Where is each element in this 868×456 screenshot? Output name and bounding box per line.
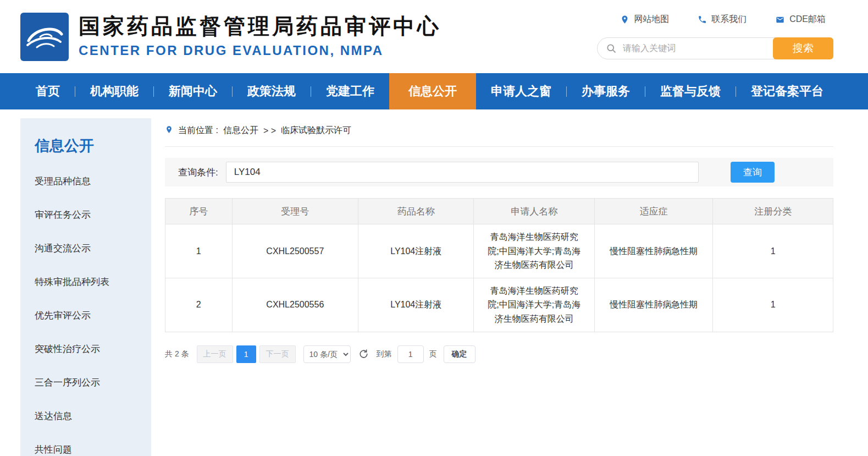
location-pin-icon [165,125,173,136]
breadcrumb-section[interactable]: 信息公开 [223,125,258,136]
sidebar-title: 信息公开 [20,130,151,164]
location-pin-icon [620,15,629,24]
pagination: 共 2 条 上一页 1 下一页 10 条/页 到第 页 确定 [165,345,833,363]
site-title: 国家药品监督管理局药品审评中心 [79,15,441,39]
mail-icon [775,15,785,24]
breadcrumb-prefix: 当前位置 : [178,125,218,136]
site-header: 国家药品监督管理局药品审评中心 CENTER FOR DRUG EVALUATI… [0,0,868,73]
breadcrumb: 当前位置 : 信息公开 > > 临床试验默示许可 [165,118,833,147]
goto-page-label: 到第 [377,349,392,359]
table-header-indication: 适应症 [595,199,713,224]
cell-acceptance-no: CXHL2500557 [232,224,358,278]
page-size-select[interactable]: 10 条/页 [303,345,351,363]
table-header-row: 序号 受理号 药品名称 申请人名称 适应症 注册分类 [165,199,833,224]
cell-indication: 慢性阻塞性肺病急性期 [595,278,713,332]
nav-item-registration-platform[interactable]: 登记备案平台 [736,73,838,109]
prev-page-button[interactable]: 上一页 [197,345,233,363]
nav-item-info-disclosure[interactable]: 信息公开 [389,73,476,109]
cell-applicant: 青岛海洋生物医药研究院;中国海洋大学;青岛海济生物医药有限公司 [474,278,595,332]
sidebar-item-three-in-one-sequence[interactable]: 三合一序列公示 [20,366,151,399]
results-table: 序号 受理号 药品名称 申请人名称 适应症 注册分类 1 CXHL2500557… [165,198,833,332]
query-input[interactable] [226,162,699,183]
pagination-total: 共 2 条 [165,349,189,359]
nav-item-news-center[interactable]: 新闻中心 [154,73,232,109]
site-subtitle: CENTER FOR DRUG EVALUATION, NMPA [79,43,441,58]
nav-item-home[interactable]: 首页 [21,73,75,109]
header-right: 网站地图 联系我们 CDE邮箱 搜索 [597,14,833,59]
nav-item-services[interactable]: 办事服务 [567,73,645,109]
table-header-applicant: 申请人名称 [474,199,595,224]
sidebar-item-delivery-info[interactable]: 送达信息 [20,399,151,433]
cell-seq: 1 [165,224,233,278]
cde-logo-icon [20,13,69,61]
cell-seq: 2 [165,278,233,332]
goto-page-suffix: 页 [429,349,437,359]
nav-item-party-building[interactable]: 党建工作 [311,73,389,109]
goto-page-input[interactable] [397,345,424,363]
link-label: 联系我们 [711,14,747,25]
sidebar-item-priority-review-publicity[interactable]: 优先审评公示 [20,299,151,332]
sidebar-item-communication-publicity[interactable]: 沟通交流公示 [20,232,151,265]
table-row: 1 CXHL2500557 LY104注射液 青岛海洋生物医药研究院;中国海洋大… [165,224,833,278]
phone-icon [698,15,707,24]
search-box: 搜索 [597,37,833,59]
table-header-registration-class: 注册分类 [713,199,833,224]
table-header-seq: 序号 [165,199,233,224]
query-bar: 查询条件: 查询 [165,158,833,186]
content-area: 当前位置 : 信息公开 > > 临床试验默示许可 查询条件: 查询 序号 受理号… [165,118,833,456]
main-nav: 首页 机构职能 新闻中心 政策法规 党建工作 信息公开 申请人之窗 办事服务 监… [0,73,868,109]
link-site-map[interactable]: 网站地图 [620,14,669,25]
nav-item-supervision-feedback[interactable]: 监督与反馈 [645,73,736,109]
cell-indication: 慢性阻塞性肺病急性期 [595,224,713,278]
table-row: 2 CXHL2500556 LY104注射液 青岛海洋生物医药研究院;中国海洋大… [165,278,833,332]
sidebar-item-special-approval-list[interactable]: 特殊审批品种列表 [20,265,151,299]
sidebar-item-review-task-publicity[interactable]: 审评任务公示 [20,198,151,232]
nav-item-applicant-window[interactable]: 申请人之窗 [476,73,566,109]
cell-drug-name: LY104注射液 [358,224,474,278]
brand-text: 国家药品监督管理局药品审评中心 CENTER FOR DRUG EVALUATI… [79,15,441,59]
top-links: 网站地图 联系我们 CDE邮箱 [620,14,833,25]
nav-item-policies[interactable]: 政策法规 [233,73,311,109]
nav-item-org-functions[interactable]: 机构职能 [75,73,153,109]
brand: 国家药品监督管理局药品审评中心 CENTER FOR DRUG EVALUATI… [20,13,441,61]
next-page-button[interactable]: 下一页 [259,345,296,363]
cell-acceptance-no: CXHL2500556 [232,278,358,332]
table-header-drug-name: 药品名称 [358,199,474,224]
search-button[interactable]: 搜索 [773,37,833,59]
link-contact-us[interactable]: 联系我们 [698,14,747,25]
sidebar-item-breakthrough-therapy-publicity[interactable]: 突破性治疗公示 [20,332,151,366]
link-cde-mailbox[interactable]: CDE邮箱 [775,14,826,25]
cell-registration-class: 1 [713,278,833,332]
refresh-icon[interactable] [358,349,369,359]
link-label: 网站地图 [634,14,669,25]
link-label: CDE邮箱 [789,14,826,25]
magnifier-icon [606,43,617,56]
cell-applicant: 青岛海洋生物医药研究院;中国海洋大学;青岛海济生物医药有限公司 [474,224,595,278]
query-button[interactable]: 查询 [731,162,775,183]
cell-drug-name: LY104注射液 [358,278,474,332]
query-label: 查询条件: [178,166,218,179]
page-number-button[interactable]: 1 [236,345,256,363]
cell-registration-class: 1 [713,224,833,278]
confirm-button[interactable]: 确定 [444,345,476,363]
table-header-acceptance-no: 受理号 [232,199,358,224]
main-area: 信息公开 受理品种信息 审评任务公示 沟通交流公示 特殊审批品种列表 优先审评公… [0,109,868,456]
sidebar: 信息公开 受理品种信息 审评任务公示 沟通交流公示 特殊审批品种列表 优先审评公… [20,118,151,456]
sidebar-item-accepted-product-info[interactable]: 受理品种信息 [20,164,151,198]
breadcrumb-current: 临床试验默示许可 [281,125,351,136]
sidebar-item-common-questions[interactable]: 共性问题 [20,433,151,456]
breadcrumb-separator: > > [263,126,276,136]
